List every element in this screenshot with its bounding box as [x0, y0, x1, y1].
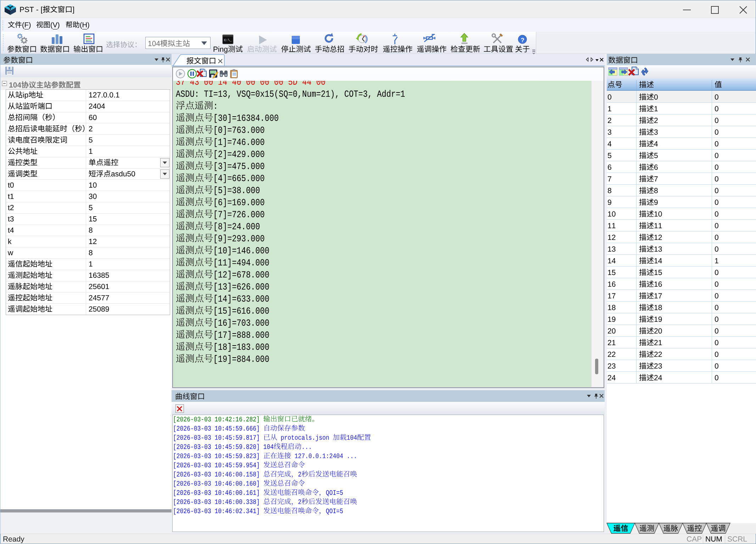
svg-text:?: ? — [521, 37, 524, 44]
svg-text:C:\_: C:\_ — [224, 39, 232, 42]
